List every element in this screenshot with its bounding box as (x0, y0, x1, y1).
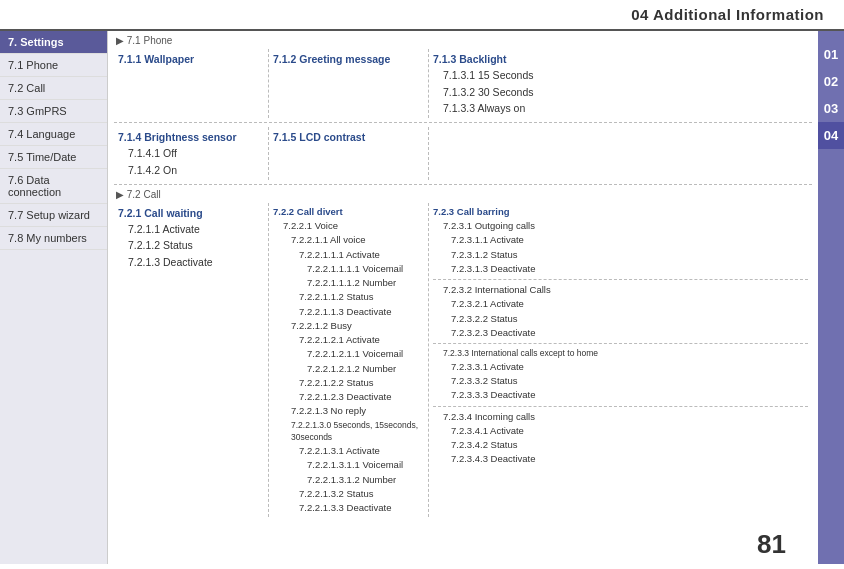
cell-723: 7.2.3 Call barring 7.2.3.1 Outgoing call… (429, 203, 812, 518)
item-722113: 7.2.2.1.1.3 Deactivate (273, 305, 424, 319)
sidebar-item-gmprs[interactable]: 7.3 GmPRS (0, 100, 107, 123)
header-722: 7.2.2 Call divert (273, 205, 424, 219)
item-72213: 7.2.2.1.3 No reply (273, 404, 424, 418)
cell-714: 7.1.4 Brightness sensor 7.1.4.1 Off 7.1.… (114, 127, 269, 180)
page-header: 04 Additional Information (0, 0, 844, 31)
item-7142: 7.1.4.2 On (118, 162, 264, 178)
header-721: 7.2.1 Call waiting (118, 205, 264, 221)
item-7211: 7.2.1.1 Activate (118, 221, 264, 237)
cell-722: 7.2.2 Call divert 7.2.2.1 Voice 7.2.2.1.… (269, 203, 429, 518)
breadcrumb-call: ▶ 7.2 Call (114, 189, 812, 200)
item-722121: 7.2.2.1.2.1 Activate (273, 333, 424, 347)
item-7132: 7.1.3.2 30 Seconds (433, 84, 808, 100)
phone-row1: 7.1.1 Wallpaper 7.1.2 Greeting message 7… (114, 49, 812, 118)
sidebar-item-phone[interactable]: 7.1 Phone (0, 54, 107, 77)
page-number: 81 (757, 529, 786, 560)
sidebar-item-call[interactable]: 7.2 Call (0, 77, 107, 100)
item-7232: 7.2.3.2 International Calls (433, 279, 808, 297)
call-row1: 7.2.1 Call waiting 7.2.1.1 Activate 7.2.… (114, 203, 812, 518)
sidebar: 7. Settings 7.1 Phone 7.2 Call 7.3 GmPRS… (0, 31, 108, 564)
sidebar-item-setup[interactable]: 7.7 Setup wizard (0, 204, 107, 227)
item-7221312: 7.2.2.1.3.1.2 Number (273, 473, 424, 487)
item-72212: 7.2.2.1.2 Busy (273, 319, 424, 333)
item-72332: 7.2.3.3.2 Status (433, 374, 808, 388)
item-72322: 7.2.3.2.2 Status (433, 312, 808, 326)
cell-711: 7.1.1 Wallpaper (114, 49, 269, 118)
item-7221212: 7.2.2.1.2.1.2 Number (273, 362, 424, 376)
item-722133: 7.2.2.1.3.3 Deactivate (273, 501, 424, 515)
header-712: 7.1.2 Greeting message (273, 51, 424, 67)
item-722123: 7.2.2.1.2.3 Deactivate (273, 390, 424, 404)
item-72331: 7.2.3.3.1 Activate (433, 360, 808, 374)
header-711: 7.1.1 Wallpaper (118, 51, 264, 67)
header-715: 7.1.5 LCD contrast (273, 129, 424, 145)
item-72321: 7.2.3.2.1 Activate (433, 297, 808, 311)
content-area: 7. Settings 7.1 Phone 7.2 Call 7.3 GmPRS… (0, 31, 844, 564)
num-04: 04 (818, 122, 844, 149)
item-7233: 7.2.3.3 International calls except to ho… (433, 343, 808, 360)
item-7212: 7.2.1.2 Status (118, 237, 264, 253)
header-713: 7.1.3 Backlight (433, 51, 808, 67)
item-722130: 7.2.2.1.3.0 5seconds, 15seconds, 30secon… (273, 419, 424, 445)
item-72312: 7.2.3.1.2 Status (433, 248, 808, 262)
sidebar-item-settings[interactable]: 7. Settings (0, 31, 107, 54)
item-72323: 7.2.3.2.3 Deactivate (433, 326, 808, 340)
sidebar-item-timedate[interactable]: 7.5 Time/Date (0, 146, 107, 169)
phone-row2: 7.1.4 Brightness sensor 7.1.4.1 Off 7.1.… (114, 127, 812, 180)
item-7221311: 7.2.2.1.3.1.1 Voicemail (273, 458, 424, 472)
sidebar-item-mynumbers[interactable]: 7.8 My numbers (0, 227, 107, 250)
num-01: 01 (818, 41, 844, 68)
header-title: 04 Additional Information (631, 6, 824, 23)
main-content: ▶ 7.1 Phone 7.1.1 Wallpaper 7.1.2 Greeti… (108, 31, 844, 564)
item-7141: 7.1.4.1 Off (118, 145, 264, 161)
item-7221112: 7.2.2.1.1.1.2 Number (273, 276, 424, 290)
cell-715: 7.1.5 LCD contrast (269, 127, 429, 180)
item-722111: 7.2.2.1.1.1 Activate (273, 248, 424, 262)
num-03: 03 (818, 95, 844, 122)
item-7234: 7.2.3.4 Incoming calls (433, 406, 808, 424)
sidebar-item-language[interactable]: 7.4 Language (0, 123, 107, 146)
item-7131: 7.1.3.1 15 Seconds (433, 67, 808, 83)
item-72311: 7.2.3.1.1 Activate (433, 233, 808, 247)
cell-empty (429, 127, 812, 180)
item-7133: 7.1.3.3 Always on (433, 100, 808, 116)
breadcrumb-phone: ▶ 7.1 Phone (114, 35, 812, 46)
cell-712: 7.1.2 Greeting message (269, 49, 429, 118)
item-7231: 7.2.3.1 Outgoing calls (433, 219, 808, 233)
item-72343: 7.2.3.4.3 Deactivate (433, 452, 808, 466)
item-722131: 7.2.2.1.3.1 Activate (273, 444, 424, 458)
item-7221: 7.2.2.1 Voice (273, 219, 424, 233)
item-7213: 7.2.1.3 Deactivate (118, 254, 264, 270)
cell-713: 7.1.3 Backlight 7.1.3.1 15 Seconds 7.1.3… (429, 49, 812, 118)
header-723: 7.2.3 Call barring (433, 205, 808, 219)
divider-1 (114, 122, 812, 123)
item-72342: 7.2.3.4.2 Status (433, 438, 808, 452)
right-numbers: 01 02 03 04 (818, 31, 844, 564)
sidebar-item-dataconn[interactable]: 7.6 Data connection (0, 169, 107, 204)
item-722132: 7.2.2.1.3.2 Status (273, 487, 424, 501)
item-722122: 7.2.2.1.2.2 Status (273, 376, 424, 390)
divider-2 (114, 184, 812, 185)
tree-content: ▶ 7.1 Phone 7.1.1 Wallpaper 7.1.2 Greeti… (108, 31, 818, 564)
item-722112: 7.2.2.1.1.2 Status (273, 290, 424, 304)
item-72211: 7.2.2.1.1 All voice (273, 233, 424, 247)
num-02: 02 (818, 68, 844, 95)
item-72313: 7.2.3.1.3 Deactivate (433, 262, 808, 276)
item-72333: 7.2.3.3.3 Deactivate (433, 388, 808, 402)
header-714: 7.1.4 Brightness sensor (118, 129, 264, 145)
item-72341: 7.2.3.4.1 Activate (433, 424, 808, 438)
item-7221211: 7.2.2.1.2.1.1 Voicemail (273, 347, 424, 361)
item-7221111: 7.2.2.1.1.1.1 Voicemail (273, 262, 424, 276)
cell-721: 7.2.1 Call waiting 7.2.1.1 Activate 7.2.… (114, 203, 269, 518)
